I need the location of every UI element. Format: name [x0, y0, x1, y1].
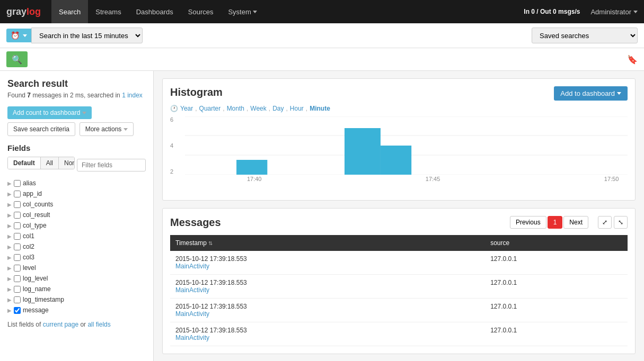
more-actions-caret-icon: [123, 128, 128, 131]
nav-dashboards[interactable]: Dashboards: [129, 0, 181, 23]
field-checkbox-level[interactable]: [14, 265, 21, 272]
nav-system[interactable]: System: [220, 0, 264, 23]
field-expand-icon[interactable]: ▶: [7, 255, 12, 260]
field-checkbox-alias[interactable]: [14, 180, 21, 187]
x-axis: 17:40 17:45 17:50: [185, 176, 628, 182]
field-name-level: level: [23, 264, 36, 272]
field-checkbox-col1[interactable]: [14, 233, 21, 240]
col-timestamp[interactable]: Timestamp ⇅: [170, 235, 485, 251]
field-checkbox-col_counts[interactable]: [14, 201, 21, 208]
time-hour[interactable]: Hour: [290, 105, 304, 112]
execute-search-button[interactable]: 🔍: [6, 51, 28, 67]
histogram-header: Histogram Add to dashboard: [170, 86, 628, 101]
field-checkbox-col_result[interactable]: [14, 212, 21, 219]
current-page-link[interactable]: current page: [43, 321, 78, 328]
field-item-col_result: ▶ col_result: [7, 210, 146, 220]
bar-2: [345, 128, 381, 175]
field-expand-icon[interactable]: ▶: [7, 308, 12, 313]
time-minute[interactable]: Minute: [310, 105, 330, 112]
messages-card: Messages Previous 1 Next ⤢ ⤡ Timestamp: [162, 208, 636, 354]
field-checkbox-message[interactable]: [14, 307, 21, 314]
saved-searches-dropdown[interactable]: Saved searches: [532, 28, 638, 43]
bar-chart-wrapper: 6 4 2: [170, 116, 628, 193]
all-fields-link[interactable]: all fields: [87, 321, 110, 328]
time-week[interactable]: Week: [250, 105, 266, 112]
field-name-col3: col3: [23, 254, 34, 261]
top-navigation: graylog Search Streams Dashboards Source…: [0, 0, 644, 23]
time-month[interactable]: Month: [227, 105, 244, 112]
nav-search[interactable]: Search: [51, 0, 88, 23]
add-count-to-dashboard-button[interactable]: Add count to dashboard: [7, 106, 92, 119]
admin-menu[interactable]: Administrator: [590, 8, 638, 16]
field-item-col_type: ▶ col_type: [7, 220, 146, 231]
field-expand-icon[interactable]: ▶: [7, 191, 12, 197]
time-range-dropdown[interactable]: Search in the last 15 minutes Search in …: [31, 28, 143, 43]
message-link-4[interactable]: MainActivity: [175, 334, 480, 341]
more-actions-button[interactable]: More actions: [80, 122, 134, 136]
previous-page-button[interactable]: Previous: [510, 216, 546, 229]
field-expand-icon[interactable]: ▶: [7, 244, 12, 250]
field-item-alias: ▶ alias: [7, 178, 146, 188]
expand-button[interactable]: ⤢: [598, 216, 612, 229]
x-label-1740: 17:40: [247, 176, 262, 182]
time-range-button[interactable]: ⏰: [6, 29, 31, 42]
logo-gray: gray: [6, 6, 27, 17]
field-checkbox-log_name[interactable]: [14, 286, 21, 293]
collapse-button[interactable]: ⤡: [614, 216, 628, 229]
tab-default[interactable]: Default: [8, 157, 41, 169]
histogram-timelinks: 🕐 Year, Quarter, Month, Week, Day, Hour,…: [170, 105, 628, 112]
sidebar-title: Search result: [7, 78, 146, 89]
field-expand-icon[interactable]: ▶: [7, 233, 12, 239]
next-page-button[interactable]: Next: [563, 216, 588, 229]
query-bar: 🔍 app_id:com.getui.logsample 🔖: [0, 48, 644, 71]
message-link-3[interactable]: MainActivity: [175, 310, 480, 318]
nav-streams[interactable]: Streams: [88, 0, 128, 23]
time-caret-icon: [23, 34, 27, 37]
messages-table: Timestamp ⇅ source 2015-10-12 17:39:18.5…: [170, 235, 628, 346]
stat-out-value: 0: [553, 8, 557, 15]
nav-sources[interactable]: Sources: [181, 0, 221, 23]
field-expand-icon[interactable]: ▶: [7, 297, 12, 303]
field-expand-icon[interactable]: ▶: [7, 202, 12, 207]
search-bar: ⏰ Search in the last 15 minutes Search i…: [0, 23, 644, 48]
query-input[interactable]: app_id:com.getui.logsample: [32, 53, 623, 66]
field-expand-icon[interactable]: ▶: [7, 265, 12, 271]
time-quarter[interactable]: Quarter: [199, 105, 221, 112]
add-to-dashboard-button[interactable]: Add to dashboard: [554, 86, 628, 101]
tab-all[interactable]: All: [41, 157, 59, 169]
field-expand-icon[interactable]: ▶: [7, 286, 12, 292]
field-checkbox-app_id[interactable]: [14, 191, 21, 197]
field-checkbox-col3[interactable]: [14, 254, 21, 261]
time-year[interactable]: Year: [180, 105, 193, 112]
x-label-1750: 17:50: [604, 176, 619, 182]
time-day[interactable]: Day: [272, 105, 284, 112]
field-item-app_id: ▶ app_id: [7, 188, 146, 199]
add-count-caret-icon: [82, 112, 86, 114]
bar-chart-svg: [185, 116, 628, 175]
action-row: Add count to dashboard Save search crite…: [7, 106, 146, 136]
field-expand-icon[interactable]: ▶: [7, 212, 12, 218]
field-expand-icon[interactable]: ▶: [7, 276, 12, 282]
y-label-2: 2: [170, 168, 173, 175]
field-expand-icon[interactable]: ▶: [7, 223, 12, 229]
current-page-button[interactable]: 1: [548, 216, 563, 229]
stat-sep: / Out: [535, 8, 553, 15]
cell-source-2: 127.0.0.1: [485, 275, 628, 299]
content-area: Histogram Add to dashboard 🕐 Year, Quart…: [154, 71, 644, 361]
field-expand-icon[interactable]: ▶: [7, 180, 12, 186]
field-checkbox-log_level[interactable]: [14, 275, 21, 282]
message-link-2[interactable]: MainActivity: [175, 286, 480, 294]
pagination: Previous 1 Next: [510, 216, 588, 229]
bookmark-icon[interactable]: 🔖: [627, 55, 638, 65]
field-checkbox-col2[interactable]: [14, 243, 21, 250]
index-count-link[interactable]: 1 index: [122, 92, 143, 99]
field-name-log_name: log_name: [23, 285, 51, 293]
field-item-col2: ▶ col2: [7, 241, 146, 252]
save-search-button[interactable]: Save search criteria: [7, 122, 75, 136]
field-checkbox-col_type[interactable]: [14, 222, 21, 229]
tab-none[interactable]: None: [59, 157, 75, 169]
fields-filter-input[interactable]: [77, 159, 146, 172]
message-link-1[interactable]: MainActivity: [175, 263, 480, 270]
field-checkbox-log_timestamp[interactable]: [14, 296, 21, 303]
stat-in-label: In: [524, 8, 531, 15]
